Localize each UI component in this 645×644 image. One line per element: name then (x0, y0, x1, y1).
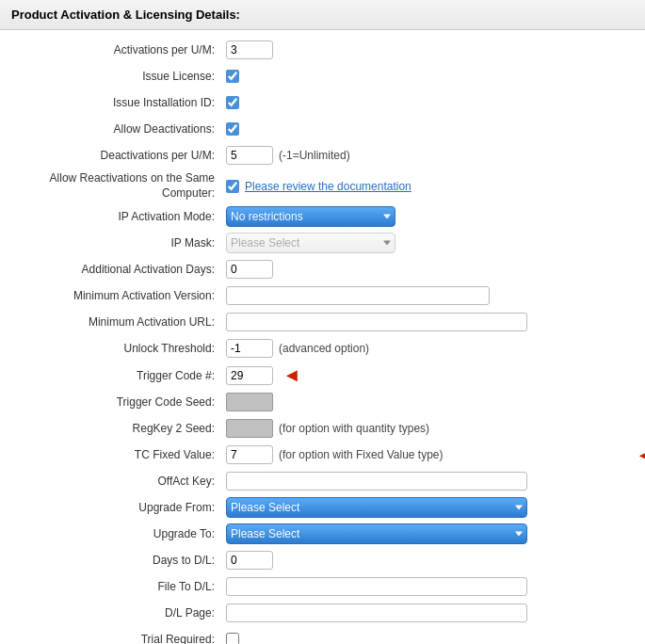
control-allow-deactivations (226, 122, 626, 136)
hint-deactivations-per-um: (-1=Unlimited) (279, 149, 350, 162)
input-min-activation-version[interactable] (226, 286, 490, 305)
row-unlock-threshold: Unlock Threshold: (advanced option) (19, 338, 626, 359)
select-wrapper-upgrade-from: Please Select (226, 497, 527, 518)
label-ip-mask: IP Mask: (19, 236, 226, 250)
row-trigger-code-num: Trigger Code #: ► (19, 364, 626, 386)
input-dl-page[interactable] (226, 604, 527, 622)
row-days-to-dl: Days to D/L: (19, 550, 626, 571)
label-upgrade-from: Upgrade From: (19, 501, 226, 514)
row-issue-license: Issue License: (19, 66, 626, 87)
label-activations-per-um: Activations per U/M: (19, 43, 226, 56)
select-upgrade-to[interactable]: Please Select (226, 523, 527, 544)
label-allow-reactivations: Allow Reactivations on the Same Computer… (19, 171, 226, 201)
checkbox-allow-reactivations[interactable] (226, 180, 239, 193)
label-allow-deactivations: Allow Deactivations: (19, 122, 226, 136)
checkbox-trial-required[interactable] (226, 633, 239, 644)
select-ip-mask[interactable]: Please Select (226, 233, 395, 253)
select-wrapper-ip-mask: Please Select (226, 233, 395, 253)
control-min-activation-url (226, 313, 626, 331)
input-additional-activation-days[interactable] (226, 260, 273, 279)
row-file-to-dl: File To D/L: (19, 576, 626, 597)
label-min-activation-url: Minimum Activation URL: (19, 315, 226, 329)
label-trigger-code-num: Trigger Code #: (19, 369, 226, 382)
control-issue-installation-id (226, 96, 626, 109)
label-days-to-dl: Days to D/L: (19, 554, 226, 567)
seed-box-regkey2 (226, 419, 273, 438)
arrow-tc-fixed-value: ► (636, 444, 645, 466)
row-offact-key: OffAct Key: (19, 471, 626, 491)
checkbox-allow-deactivations[interactable] (226, 122, 239, 136)
label-file-to-dl: File To D/L: (19, 580, 226, 593)
label-trigger-code-seed: Trigger Code Seed: (19, 395, 226, 409)
row-upgrade-to: Upgrade To: Please Select (19, 523, 626, 544)
panel-body: Activations per U/M: Issue License: Issu… (0, 30, 645, 644)
control-additional-activation-days (226, 260, 626, 279)
control-deactivations-per-um: (-1=Unlimited) (226, 146, 626, 165)
label-unlock-threshold: Unlock Threshold: (19, 342, 226, 355)
label-issue-license: Issue License: (19, 70, 226, 83)
link-reactivations-doc[interactable]: Please review the documentation (245, 180, 411, 193)
input-tc-fixed-value[interactable] (226, 445, 273, 464)
control-trial-required (226, 633, 626, 644)
label-dl-page: D/L Page: (19, 606, 226, 620)
row-issue-installation-id: Issue Installation ID: (19, 92, 626, 113)
checkbox-issue-license[interactable] (226, 70, 239, 83)
control-min-activation-version (226, 286, 626, 305)
row-ip-activation-mode: IP Activation Mode: No restrictions Same… (19, 206, 626, 227)
row-allow-reactivations: Allow Reactivations on the Same Computer… (19, 171, 626, 201)
label-ip-activation-mode: IP Activation Mode: (19, 210, 226, 223)
row-activations-per-um: Activations per U/M: (19, 40, 626, 60)
row-additional-activation-days: Additional Activation Days: (19, 259, 626, 280)
input-unlock-threshold[interactable] (226, 339, 273, 358)
input-file-to-dl[interactable] (226, 577, 527, 596)
control-trigger-code-num: ► (226, 364, 626, 386)
seed-box-trigger-code (226, 393, 273, 411)
control-trigger-code-seed (226, 393, 626, 411)
control-activations-per-um (226, 40, 626, 59)
row-tc-fixed-value: TC Fixed Value: (for option with Fixed V… (19, 444, 626, 465)
control-offact-key (226, 472, 626, 491)
hint-tc-fixed-value: (for option with Fixed Value type) (279, 448, 443, 461)
panel-title: Product Activation & Licensing Details: (11, 8, 240, 22)
input-deactivations-per-um[interactable] (226, 146, 273, 165)
select-wrapper-ip-mode: No restrictions Same IP only IP range (226, 206, 395, 227)
input-days-to-dl[interactable] (226, 551, 273, 570)
control-upgrade-to: Please Select (226, 523, 626, 544)
select-upgrade-from[interactable]: Please Select (226, 497, 527, 518)
label-deactivations-per-um: Deactivations per U/M: (19, 149, 226, 162)
input-offact-key[interactable] (226, 472, 527, 491)
label-min-activation-version: Minimum Activation Version: (19, 289, 226, 302)
select-ip-activation-mode[interactable]: No restrictions Same IP only IP range (226, 206, 395, 227)
row-dl-page: D/L Page: (19, 603, 626, 623)
row-trial-required: Trial Required: (19, 629, 626, 644)
control-issue-license (226, 70, 626, 83)
label-offact-key: OffAct Key: (19, 475, 226, 488)
control-file-to-dl (226, 577, 626, 596)
row-min-activation-url: Minimum Activation URL: (19, 312, 626, 332)
label-regkey2-seed: RegKey 2 Seed: (19, 422, 226, 435)
label-issue-installation-id: Issue Installation ID: (19, 96, 226, 109)
row-min-activation-version: Minimum Activation Version: (19, 285, 626, 306)
checkbox-issue-installation-id[interactable] (226, 96, 239, 109)
input-min-activation-url[interactable] (226, 313, 527, 331)
input-trigger-code-num[interactable] (226, 366, 273, 385)
label-additional-activation-days: Additional Activation Days: (19, 263, 226, 276)
row-upgrade-from: Upgrade From: Please Select (19, 497, 626, 518)
row-ip-mask: IP Mask: Please Select (19, 233, 626, 253)
label-upgrade-to: Upgrade To: (19, 527, 226, 540)
control-ip-activation-mode: No restrictions Same IP only IP range (226, 206, 626, 227)
panel-header: Product Activation & Licensing Details: (0, 0, 645, 30)
panel: Product Activation & Licensing Details: … (0, 0, 645, 644)
row-trigger-code-seed: Trigger Code Seed: (19, 392, 626, 412)
control-upgrade-from: Please Select (226, 497, 626, 518)
control-ip-mask: Please Select (226, 233, 626, 253)
label-trial-required: Trial Required: (19, 633, 226, 644)
hint-unlock-threshold: (advanced option) (279, 342, 369, 355)
row-allow-deactivations: Allow Deactivations: (19, 119, 626, 139)
control-tc-fixed-value: (for option with Fixed Value type) ► (226, 445, 626, 464)
control-days-to-dl (226, 551, 626, 570)
row-regkey2-seed: RegKey 2 Seed: (for option with quantity… (19, 418, 626, 439)
input-activations-per-um[interactable] (226, 40, 273, 59)
hint-regkey2-seed: (for option with quantity types) (279, 422, 429, 435)
select-wrapper-upgrade-to: Please Select (226, 523, 527, 544)
